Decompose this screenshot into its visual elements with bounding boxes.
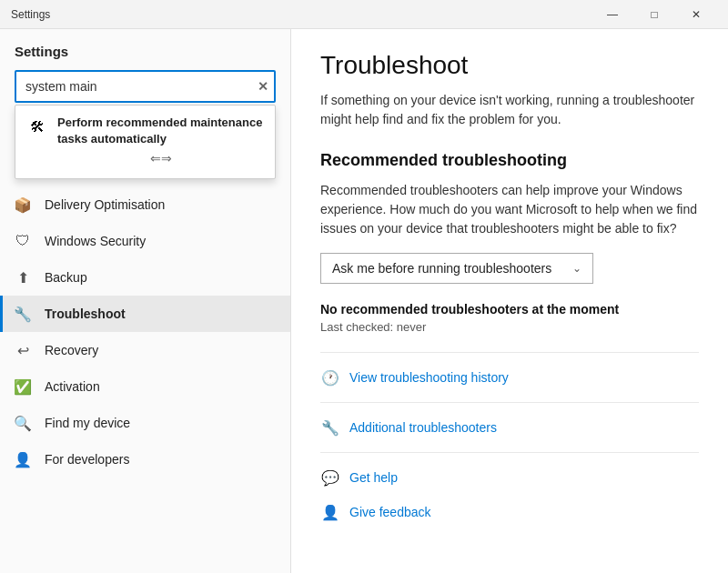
search-container: ✕ 🛠 Perform recommended maintenance task… xyxy=(15,70,276,103)
content-pane: Troubleshoot If something on your device… xyxy=(291,29,728,573)
give-feedback-link[interactable]: 👤 Give feedback xyxy=(320,502,699,522)
view-history-label: View troubleshooting history xyxy=(349,370,509,385)
title-bar: Settings — □ ✕ xyxy=(0,0,728,29)
divider-1 xyxy=(320,352,699,353)
app-body: Settings ✕ 🛠 Perform recommended mainten… xyxy=(0,29,728,573)
sidebar-item-troubleshoot[interactable]: 🔧Troubleshoot xyxy=(0,296,290,332)
sidebar: Settings ✕ 🛠 Perform recommended mainten… xyxy=(0,29,291,573)
nav-label-9: For developers xyxy=(45,452,129,467)
divider-2 xyxy=(320,402,699,403)
additional-icon: 🔧 xyxy=(320,417,340,437)
autocomplete-item-0[interactable]: 🛠 Perform recommended maintenance tasks … xyxy=(15,106,275,178)
nav-icon-7: ✅ xyxy=(14,377,32,396)
autocomplete-item-text-0: Perform recommended maintenance tasks au… xyxy=(57,115,264,147)
sidebar-item-find-my-device[interactable]: 🔍Find my device xyxy=(0,405,290,441)
sidebar-item-activation[interactable]: ✅Activation xyxy=(0,368,290,405)
get-help-label: Get help xyxy=(349,470,398,485)
nav-label-2: Delivery Optimisation xyxy=(45,197,165,212)
nav-label-5: Troubleshoot xyxy=(45,307,126,321)
maximize-button[interactable]: □ xyxy=(633,0,675,29)
additional-troubleshooters-label: Additional troubleshooters xyxy=(349,420,497,435)
divider-3 xyxy=(320,452,699,453)
nav-icon-5: 🔧 xyxy=(14,305,32,323)
additional-troubleshooters-link[interactable]: 🔧 Additional troubleshooters xyxy=(320,417,699,437)
give-feedback-label: Give feedback xyxy=(349,505,431,519)
recommended-section-desc: Recommended troubleshooters can help imp… xyxy=(320,181,699,238)
view-history-link[interactable]: 🕐 View troubleshooting history xyxy=(320,367,699,387)
nav-label-4: Backup xyxy=(45,270,87,285)
autocomplete-dropdown: 🛠 Perform recommended maintenance tasks … xyxy=(15,105,276,179)
maintenance-icon: 🛠 xyxy=(26,116,48,138)
no-troubleshooters-text: No recommended troubleshooters at the mo… xyxy=(320,302,699,317)
nav-icon-3: 🛡 xyxy=(14,232,32,250)
dropdown-selected-value: Ask me before running troubleshooters xyxy=(332,261,551,276)
close-button[interactable]: ✕ xyxy=(675,0,717,29)
page-subtitle: If something on your device isn't workin… xyxy=(320,91,699,129)
chat-icon: 💬 xyxy=(320,467,340,488)
nav-label-7: Activation xyxy=(45,379,100,394)
last-checked-text: Last checked: never xyxy=(320,320,699,334)
minimize-button[interactable]: — xyxy=(592,0,633,29)
sidebar-item-windows-security[interactable]: 🛡Windows Security xyxy=(0,223,290,259)
history-icon: 🕐 xyxy=(320,367,340,387)
search-input[interactable] xyxy=(15,70,276,103)
sidebar-item-for-developers[interactable]: 👤For developers xyxy=(0,441,290,478)
recommended-section-title: Recommended troubleshooting xyxy=(320,151,699,170)
sidebar-item-delivery-optimisation[interactable]: 📦Delivery Optimisation xyxy=(0,186,290,223)
get-help-link[interactable]: 💬 Get help xyxy=(320,467,699,488)
nav-icon-8: 🔍 xyxy=(14,414,32,432)
nav-icon-4: ⬆ xyxy=(14,268,32,286)
dropdown-chevron-icon: ⌄ xyxy=(572,262,581,275)
nav-icon-2: 📦 xyxy=(14,196,32,214)
window-controls: — □ ✕ xyxy=(592,0,717,29)
nav-icon-6: ↩ xyxy=(14,341,32,359)
app-title: Settings xyxy=(11,8,592,21)
nav-list: 🏠Home↻Windows Update📦Delivery Optimisati… xyxy=(0,110,290,573)
nav-icon-9: 👤 xyxy=(14,450,32,468)
nav-label-6: Recovery xyxy=(45,343,98,357)
feedback-icon: 👤 xyxy=(320,502,340,522)
troubleshooter-dropdown[interactable]: Ask me before running troubleshooters ⌄ xyxy=(320,253,593,284)
sidebar-item-backup[interactable]: ⬆Backup xyxy=(0,259,290,296)
page-title: Troubleshoot xyxy=(320,51,699,80)
sidebar-header: Settings xyxy=(0,29,290,66)
search-clear-button[interactable]: ✕ xyxy=(258,79,268,94)
nav-label-8: Find my device xyxy=(45,416,130,430)
sidebar-item-recovery[interactable]: ↩Recovery xyxy=(0,332,290,368)
autocomplete-arrows: ⇐⇒ xyxy=(57,147,264,169)
nav-label-3: Windows Security xyxy=(45,234,146,248)
